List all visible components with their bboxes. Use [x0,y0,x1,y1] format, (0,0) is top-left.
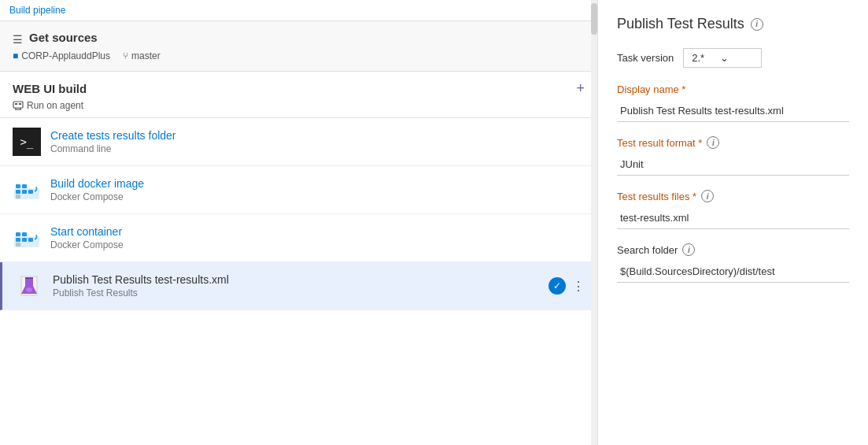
task-subtitle-publish: Publish Test Results [53,287,539,299]
task-info-publish: Publish Test Results test-results.xml Pu… [53,273,539,299]
test-result-format-info-icon[interactable]: i [707,136,719,149]
task-name-build-docker: Build docker image [50,177,585,190]
run-on-agent: Run on agent [13,100,585,111]
svg-point-20 [26,287,32,292]
task-version-value: 2.* [692,52,704,64]
search-folder-info-icon[interactable]: i [682,243,695,256]
check-icon: ✓ [549,277,566,295]
test-results-files-label-text: Test results files * [617,191,696,202]
display-name-input[interactable] [617,100,849,122]
agent-icon [13,100,24,111]
docker-icon-build [13,176,41,204]
task-item-publish-test-results[interactable]: Publish Test Results test-results.xml Pu… [0,262,597,310]
right-panel: Publish Test Results i Task version 2.* … [598,0,868,445]
build-pipeline-header: Build pipeline [0,0,597,21]
get-sources-title: Get sources [29,31,98,44]
task-item-create-tests[interactable]: >_ Create tests results folder Command l… [0,118,597,166]
get-sources-meta: ■ CORP-ApplauddPlus ⑂ master [13,50,585,61]
svg-rect-2 [19,103,21,105]
task-subtitle-create-tests: Command line [50,143,585,154]
svg-rect-9 [28,190,33,194]
task-subtitle-build-docker: Docker Compose [50,191,585,202]
web-ui-title: WEB UI build [13,82,87,95]
search-folder-label-text: Search folder [617,244,678,256]
test-result-format-input[interactable] [617,154,849,176]
task-name-create-tests: Create tests results folder [50,129,585,142]
svg-rect-1 [15,103,17,105]
svg-rect-8 [22,190,27,194]
chevron-down-icon: ⌄ [720,52,729,64]
panel-title-text: Publish Test Results [617,16,744,32]
display-name-label-text: Display name * [617,83,685,95]
task-version-row: Task version 2.* ⌄ [617,48,849,68]
get-sources-icon: ☰ [13,33,23,46]
search-folder-field-group: Search folder i [617,243,849,283]
svg-rect-11 [22,184,27,188]
docker-icon-start [13,224,41,252]
task-item-start-container[interactable]: Start container Docker Compose [0,214,597,262]
web-ui-header: WEB UI build + [13,81,585,95]
test-results-files-label: Test results files * i [617,190,849,202]
publish-icon [15,272,43,300]
add-task-button[interactable]: + [576,81,585,95]
svg-rect-17 [16,232,20,236]
task-item-build-docker[interactable]: Build docker image Docker Compose [0,166,597,214]
web-ui-section: WEB UI build + Run on agent [0,72,597,118]
task-version-select[interactable]: 2.* ⌄ [683,48,762,68]
svg-rect-18 [22,232,27,236]
task-subtitle-start-container: Docker Compose [50,239,585,250]
task-info-create-tests: Create tests results folder Command line [50,129,585,154]
scrollbar-track[interactable] [591,0,597,445]
test-results-files-input[interactable] [617,207,849,229]
get-sources-section: ☰ Get sources ■ CORP-ApplauddPlus ⑂ mast… [0,21,597,72]
task-info-start-container: Start container Docker Compose [50,225,585,250]
run-on-agent-label: Run on agent [27,100,83,111]
panel-title: Publish Test Results i [617,16,849,32]
branch-meta: ⑂ master [123,50,161,61]
test-result-format-label-text: Test result format * [617,137,702,149]
search-folder-label: Search folder i [617,243,849,256]
repo-name: CORP-ApplauddPlus [21,50,110,61]
repo-icon: ■ [13,50,18,61]
branch-name: master [131,50,161,61]
task-list: >_ Create tests results folder Command l… [0,118,597,445]
panel-info-icon[interactable]: i [751,18,763,31]
task-name-start-container: Start container [50,225,585,238]
test-results-files-info-icon[interactable]: i [701,190,714,202]
test-result-format-field-group: Test result format * i [617,136,849,176]
cmd-icon: >_ [13,128,41,156]
build-pipeline-label: Build pipeline [9,5,65,16]
svg-rect-10 [16,184,20,188]
svg-rect-19 [16,243,20,247]
scrollbar-thumb[interactable] [591,3,597,35]
svg-rect-15 [22,238,27,242]
test-result-format-label: Test result format * i [617,136,849,149]
repo-meta: ■ CORP-ApplauddPlus [13,50,110,61]
task-version-label: Task version [617,52,674,64]
display-name-field-group: Display name * [617,83,849,122]
svg-rect-0 [13,102,23,108]
more-options-icon[interactable]: ⋮ [572,279,585,294]
task-name-publish: Publish Test Results test-results.xml [53,273,539,286]
svg-rect-14 [16,238,20,242]
svg-rect-7 [16,190,20,194]
left-panel: Build pipeline ☰ Get sources ■ CORP-Appl… [0,0,598,445]
task-info-build-docker: Build docker image Docker Compose [50,177,585,202]
display-name-label: Display name * [617,83,849,95]
svg-rect-12 [16,195,20,198]
search-folder-input[interactable] [617,261,849,283]
task-actions-publish: ✓ ⋮ [549,277,585,295]
svg-rect-16 [28,238,33,242]
test-results-files-field-group: Test results files * i [617,190,849,229]
branch-icon: ⑂ [123,50,128,61]
